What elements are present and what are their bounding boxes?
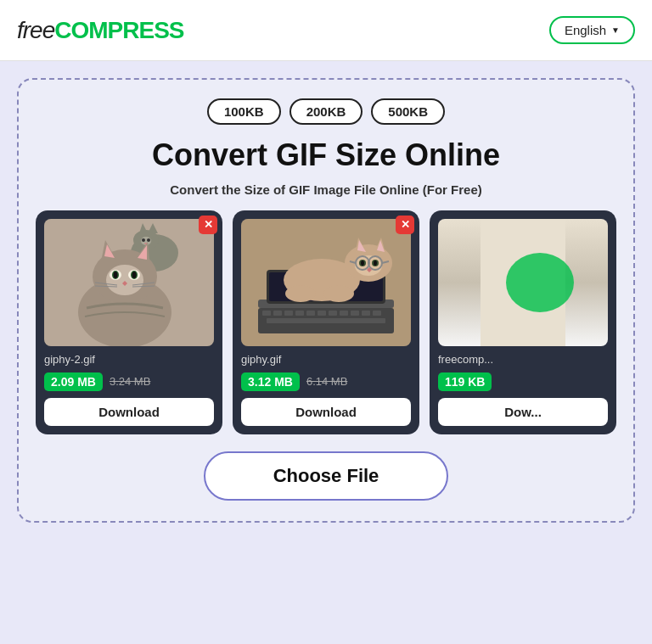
filename-1: giphy-2.gif [44,353,214,366]
svg-rect-42 [373,311,381,316]
file-card-1: ✕ [36,210,222,434]
svg-point-6 [142,238,145,242]
svg-rect-35 [295,311,304,316]
file-preview-3 [438,219,608,346]
logo: freeCOMPRESS [17,17,184,44]
size-pills-row: 100KB 200KB 500KB [207,98,445,125]
original-size-2: 6.14 MB [306,375,347,388]
language-selector[interactable]: English ▼ [549,16,635,44]
main-content: 100KB 200KB 500KB Convert GIF Size Onlin… [0,61,652,644]
svg-rect-37 [318,311,326,316]
filename-2: giphy.gif [241,353,411,366]
upload-container: 100KB 200KB 500KB Convert GIF Size Onlin… [17,78,635,523]
header: freeCOMPRESS English ▼ [0,0,652,61]
size-row-1: 2.09 MB 3.24 MB [44,372,214,391]
pill-200kb[interactable]: 200KB [289,98,363,125]
svg-rect-38 [329,311,337,316]
compressed-size-2: 3.12 MB [241,372,300,391]
svg-rect-40 [351,311,359,316]
svg-rect-36 [306,311,315,316]
size-row-2: 3.12 MB 6.14 MB [241,372,411,391]
svg-rect-34 [284,311,293,316]
filename-3: freecomp... [438,353,608,366]
size-row-3: 119 KB [438,372,608,391]
svg-point-20 [114,272,118,278]
svg-rect-39 [340,311,348,316]
pill-100kb[interactable]: 100KB [207,98,281,125]
cards-row: ✕ [36,210,616,434]
language-label: English [565,23,606,37]
svg-point-15 [106,265,143,295]
page-title: Convert GIF Size Online [152,138,500,172]
logo-compress: COMPRESS [54,17,183,43]
download-button-3[interactable]: Dow... [438,398,608,426]
logo-free: free [17,17,54,43]
svg-point-59 [374,260,377,266]
choose-file-button[interactable]: Choose File [204,451,449,501]
file-card-2: ✕ [233,210,419,434]
svg-rect-32 [262,311,271,316]
svg-rect-41 [362,311,370,316]
remove-file-1-button[interactable]: ✕ [199,216,217,234]
download-button-2[interactable]: Download [241,398,411,426]
chevron-down-icon: ▼ [611,25,620,35]
svg-rect-43 [267,318,385,323]
svg-point-21 [132,272,137,278]
svg-point-58 [361,260,364,266]
page-subtitle: Convert the Size of GIF Image File Onlin… [170,182,482,197]
svg-point-61 [285,285,316,302]
pill-500kb[interactable]: 500KB [371,98,445,125]
svg-rect-33 [273,311,282,316]
svg-point-64 [506,253,574,312]
compressed-size-1: 2.09 MB [44,372,103,391]
file-card-3: freecomp... 119 KB Dow... [430,210,616,434]
file-preview-1 [44,219,214,346]
compressed-size-3: 119 KB [438,372,492,391]
svg-point-62 [323,285,354,302]
file-preview-2 [241,219,411,346]
original-size-1: 3.24 MB [110,375,150,388]
remove-file-2-button[interactable]: ✕ [396,216,414,234]
svg-point-7 [147,238,150,242]
download-button-1[interactable]: Download [44,398,214,426]
